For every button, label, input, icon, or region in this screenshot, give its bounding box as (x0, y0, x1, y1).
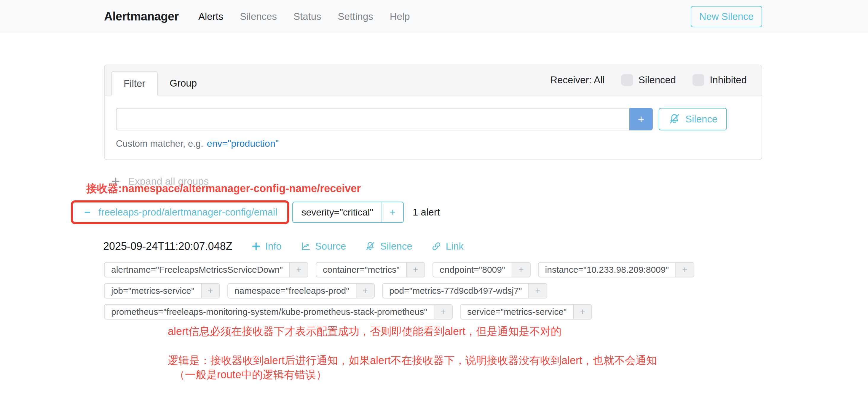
label-tag-text[interactable]: instance="10.233.98.209:8009" (539, 263, 675, 277)
tab-group[interactable]: Group (158, 71, 209, 95)
link-action[interactable]: Link (431, 241, 464, 252)
add-matcher-button[interactable]: + (629, 108, 653, 130)
silence-filter-label: Silence (685, 114, 717, 125)
minus-icon (83, 208, 92, 217)
label-tag: alertname="FreeleapsMetricsServiceDown" … (104, 262, 308, 277)
label-tag: container="metrics" + (316, 262, 425, 277)
label-tag: job="metrics-service" + (104, 283, 220, 299)
receiver-filter[interactable]: Receiver: All (550, 74, 604, 86)
nav-item-help[interactable]: Help (390, 11, 410, 22)
filter-card: Filter Group Receiver: All Silenced Inhi… (104, 65, 762, 160)
alert-detail-row: 2025-09-24T11:20:07.048Z Info Source (103, 240, 464, 252)
bell-slash-icon (365, 241, 376, 252)
label-tag-add-button[interactable]: + (406, 263, 425, 277)
label-tag-text[interactable]: prometheus="freeleaps-monitoring-system/… (105, 305, 434, 319)
info-action[interactable]: Info (251, 241, 282, 252)
annotation-line-1: alert信息必须在接收器下才表示配置成功，否则即使能看到alert，但是通知是… (168, 324, 561, 339)
helper-text: Custom matcher, e.g. (116, 139, 204, 149)
alert-labels: alertname="FreeleapsMetricsServiceDown" … (104, 262, 694, 319)
silenced-label[interactable]: Silenced (639, 74, 676, 86)
label-tag-text[interactable]: namespace="freeleaps-prod" (228, 284, 356, 298)
annotation-highlight-box: freeleaps-prod/alertmanager-config/email (71, 201, 289, 224)
chart-line-icon (301, 241, 311, 251)
alert-count: 1 alert (413, 207, 440, 218)
group-matcher-label[interactable]: severity="critical" (293, 202, 381, 222)
label-row: alertname="FreeleapsMetricsServiceDown" … (104, 262, 694, 277)
plus-icon (251, 242, 261, 251)
annotation-receiver-note: 接收器:namespace/altermanager-config-name/r… (86, 181, 361, 196)
label-tag-text[interactable]: container="metrics" (316, 263, 406, 277)
label-tag-add-button[interactable]: + (356, 284, 374, 298)
label-tag-text[interactable]: endpoint="8009" (433, 263, 512, 277)
label-tag: service="metrics-service" + (460, 304, 592, 319)
main-nav: Alerts Silences Status Settings Help (198, 11, 410, 22)
label-tag: prometheus="freeleaps-monitoring-system/… (104, 304, 453, 319)
annotation-line-3: （一般是route中的逻辑有错误） (174, 368, 327, 382)
label-tag-add-button[interactable]: + (201, 284, 219, 298)
matcher-input-row: + Silence (116, 108, 750, 130)
label-tag-add-button[interactable]: + (512, 263, 530, 277)
label-tag-add-button[interactable]: + (675, 263, 694, 277)
new-silence-button[interactable]: New Silence (691, 6, 762, 27)
link-icon (431, 241, 441, 251)
label-tag-add-button[interactable]: + (573, 305, 591, 319)
label-tag-add-button[interactable]: + (289, 263, 308, 277)
label-tag-add-button[interactable]: + (528, 284, 547, 298)
label-tag: pod="metrics-77d9cdb497-wdsj7" + (382, 283, 547, 299)
bell-slash-icon (668, 113, 681, 125)
label-tag: instance="10.233.98.209:8009" + (538, 262, 694, 277)
label-row: prometheus="freeleaps-monitoring-system/… (104, 304, 694, 319)
info-action-label: Info (265, 241, 282, 252)
nav-item-settings[interactable]: Settings (338, 11, 373, 22)
label-tag: endpoint="8009" + (433, 262, 531, 277)
annotation-line-2: 逻辑是：接收器收到alert后进行通知，如果alert不在接收器下，说明接收器没… (168, 354, 657, 368)
nav-item-alerts[interactable]: Alerts (198, 11, 223, 22)
receiver-group-link[interactable]: freeleaps-prod/alertmanager-config/email (98, 207, 277, 218)
filter-card-header: Filter Group Receiver: All Silenced Inhi… (105, 65, 762, 95)
label-tag-add-button[interactable]: + (434, 305, 452, 319)
label-tag-text[interactable]: alertname="FreeleapsMetricsServiceDown" (105, 263, 289, 277)
silenced-checkbox[interactable] (621, 74, 633, 86)
filter-options: Receiver: All Silenced Inhibited (550, 65, 747, 95)
matcher-helper: Custom matcher, e.g. env="production" (116, 138, 750, 149)
label-tag-text[interactable]: service="metrics-service" (461, 305, 573, 319)
tab-filter[interactable]: Filter (111, 71, 158, 95)
inhibited-label[interactable]: Inhibited (710, 74, 747, 86)
source-action[interactable]: Source (301, 241, 346, 252)
alert-timestamp: 2025-09-24T11:20:07.048Z (103, 240, 232, 252)
link-action-label: Link (446, 241, 464, 252)
group-matcher-pill: severity="critical" + (292, 202, 404, 223)
filter-tabs: Filter Group (111, 71, 209, 95)
helper-example-link[interactable]: env="production" (207, 138, 279, 149)
source-action-label: Source (315, 241, 346, 252)
label-tag: namespace="freeleaps-prod" + (227, 283, 375, 299)
silence-filter-button[interactable]: Silence (659, 108, 727, 130)
label-tag-text[interactable]: job="metrics-service" (105, 284, 201, 298)
nav-item-status[interactable]: Status (293, 11, 321, 22)
app-brand[interactable]: Alertmanager (104, 10, 179, 23)
silence-action[interactable]: Silence (365, 241, 412, 252)
nav-item-silences[interactable]: Silences (240, 11, 277, 22)
label-row: job="metrics-service" + namespace="freel… (104, 283, 694, 299)
group-matcher-add-button[interactable]: + (381, 202, 403, 222)
filter-card-body: + Silence Custom matcher, e.g. env="prod… (105, 95, 762, 149)
label-tag-text[interactable]: pod="metrics-77d9cdb497-wdsj7" (383, 284, 528, 298)
silence-action-label: Silence (380, 241, 412, 252)
top-navbar: Alertmanager Alerts Silences Status Sett… (0, 0, 868, 33)
matcher-input[interactable] (116, 108, 629, 130)
inhibited-checkbox[interactable] (692, 74, 704, 86)
receiver-group-row: freeleaps-prod/alertmanager-config/email… (71, 201, 440, 224)
